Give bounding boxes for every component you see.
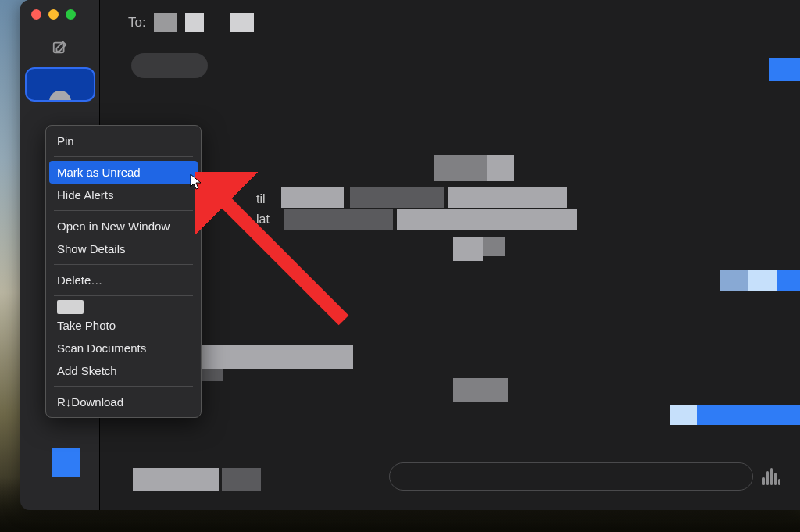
message-text: til	[256, 192, 266, 206]
to-label: To:	[128, 15, 146, 30]
close-window-button[interactable]	[31, 9, 41, 20]
menu-download[interactable]: R↓Download	[46, 391, 201, 413]
redacted	[720, 270, 748, 291]
message-bubble	[131, 53, 208, 78]
conversation-pane: To: til lat	[100, 0, 800, 510]
redacted	[133, 468, 219, 491]
redacted	[434, 155, 488, 181]
redacted	[284, 209, 393, 230]
window-traffic-lights	[31, 9, 76, 20]
redacted	[222, 468, 261, 491]
menu-scan-documents[interactable]: Scan Documents	[46, 337, 201, 359]
redacted	[448, 187, 567, 208]
redacted	[397, 209, 577, 230]
redacted	[200, 345, 353, 369]
redacted	[453, 378, 508, 402]
minimize-window-button[interactable]	[48, 9, 59, 20]
redacted	[777, 270, 800, 291]
message-list: til lat	[100, 45, 800, 448]
redacted	[453, 237, 483, 261]
menu-show-details[interactable]: Show Details	[46, 237, 201, 260]
redacted	[350, 187, 444, 208]
redacted	[697, 405, 800, 425]
redacted	[488, 155, 514, 181]
device-thumbnail	[57, 300, 84, 314]
redacted	[185, 13, 204, 32]
menu-pin[interactable]: Pin	[46, 130, 201, 152]
menu-add-sketch[interactable]: Add Sketch	[46, 359, 201, 382]
redacted	[230, 13, 254, 32]
menu-take-photo[interactable]: Take Photo	[46, 314, 201, 337]
menu-separator	[54, 156, 193, 157]
redacted	[483, 237, 505, 256]
menu-separator	[54, 264, 193, 265]
redacted	[748, 270, 777, 291]
menu-separator	[54, 210, 193, 211]
message-text: lat	[256, 212, 270, 227]
redacted	[154, 13, 177, 32]
redacted	[769, 58, 800, 81]
menu-hide-alerts[interactable]: Hide Alerts	[46, 184, 201, 206]
audio-message-icon[interactable]	[762, 468, 780, 485]
maximize-window-button[interactable]	[66, 9, 76, 20]
compose-icon[interactable]	[52, 39, 69, 56]
avatar-icon	[49, 91, 71, 102]
conversation-header: To:	[100, 0, 800, 45]
menu-delete[interactable]: Delete…	[46, 269, 201, 291]
redacted	[281, 187, 344, 208]
message-input[interactable]	[389, 462, 753, 491]
conversation-context-menu: Pin Mark as Unread Hide Alerts Open in N…	[45, 125, 202, 418]
redacted	[670, 405, 697, 425]
sidebar-indicator	[52, 448, 80, 477]
selected-conversation[interactable]	[25, 67, 95, 102]
redacted	[200, 369, 223, 381]
menu-separator	[54, 386, 193, 387]
menu-mark-as-unread[interactable]: Mark as Unread	[49, 161, 198, 184]
menu-separator	[54, 295, 193, 296]
menu-open-new-window[interactable]: Open in New Window	[46, 215, 201, 237]
